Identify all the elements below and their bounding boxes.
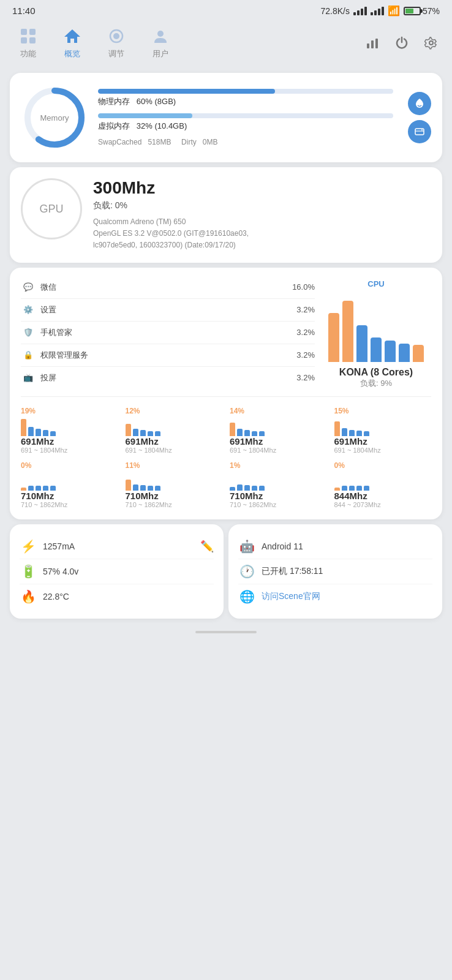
cpu-card: 💬微信16.0%⚙️设置3.2%🛡️手机管家3.2%🔒权限管理服务3.2%📺投屏…	[10, 268, 442, 519]
core-bar-segment	[252, 486, 257, 491]
core-freq: 691Mhz	[21, 436, 54, 447]
memory-info: 物理内存 60% (8GB) 虚拟内存 32% (10.4GB) SwapCac…	[98, 89, 393, 146]
android-icon: 🤖	[238, 539, 255, 554]
chart-button[interactable]	[363, 33, 382, 53]
physical-memory-row: 物理内存 60% (8GB)	[98, 89, 393, 107]
cpu-chart-area: CPU KONA (8 Cores) 负载: 9%	[321, 276, 431, 389]
svg-point-6	[157, 31, 164, 37]
core-bar-segment	[50, 431, 56, 436]
core-item: 0%844Mhz844 ~ 2073Mhz	[334, 461, 432, 508]
core-bar-segment	[155, 486, 160, 491]
core-pct: 11%	[126, 461, 160, 470]
gpu-circle: GPU	[21, 178, 82, 239]
gpu-desc3: lc907de5ed0, 1600323700) (Date:09/17/20)	[93, 239, 431, 251]
core-range: 710 ~ 1862Mhz	[230, 501, 276, 508]
nav-tab-func[interactable]: 功能	[6, 23, 50, 63]
cpu-chip-label: KONA (8 Cores)	[339, 367, 413, 378]
app-name: 手机管家	[40, 327, 296, 338]
nav-bar: 功能 概览 调节	[0, 19, 452, 68]
core-bar-segment	[21, 419, 26, 436]
nav-tab-user[interactable]: 用户	[138, 23, 183, 63]
core-bar-segment	[148, 431, 153, 436]
nav-tabs: 功能 概览 调节	[6, 23, 363, 63]
svg-rect-0	[21, 29, 27, 35]
physical-value: 60% (8GB)	[137, 97, 176, 106]
core-range: 710 ~ 1862Mhz	[21, 501, 67, 508]
core-pct: 1%	[230, 461, 265, 470]
settings-button[interactable]	[421, 33, 441, 53]
core-freq: 710Mhz	[230, 491, 263, 501]
web-link[interactable]: 访问Scene官网	[262, 591, 320, 602]
core-bar-segment	[244, 485, 250, 491]
gpu-desc2: OpenGL ES 3.2 V@0502.0 (GIT@191610ae03,	[93, 228, 431, 239]
user-icon	[151, 26, 170, 46]
app-pct: 3.2%	[296, 305, 315, 314]
memory-storage-button[interactable]	[408, 120, 431, 143]
battery-icon: 🔋	[20, 564, 37, 579]
edit-button[interactable]: ✏️	[200, 540, 214, 553]
core-range: 691 ~ 1804Mhz	[126, 447, 172, 454]
core-bar-segment	[133, 429, 138, 436]
app-icon: ⚙️	[21, 303, 36, 317]
virtual-memory-row: 虚拟内存 32% (10.4GB)	[98, 113, 393, 132]
core-freq: 710Mhz	[126, 491, 159, 501]
core-bar-segment	[230, 423, 235, 436]
core-bars-row	[21, 417, 56, 436]
core-item: 1%710Mhz710 ~ 1862Mhz	[230, 461, 327, 508]
core-bar-segment	[126, 480, 131, 491]
nav-label-func: 功能	[20, 48, 36, 59]
core-bar-segment	[237, 484, 243, 491]
core-range: 691 ~ 1804Mhz	[230, 447, 276, 454]
dirty-value: 0MB	[203, 138, 218, 146]
gpu-card: GPU 300Mhz 负载: 0% Qualcomm Adreno (TM) 6…	[10, 167, 442, 263]
power-button[interactable]	[392, 33, 412, 53]
svg-rect-2	[21, 37, 27, 43]
core-bar-segment	[259, 431, 265, 436]
core-freq: 710Mhz	[21, 491, 54, 501]
core-pct: 14%	[230, 407, 265, 415]
nav-tab-overview[interactable]: 概览	[50, 23, 94, 63]
cpu-bar	[399, 344, 410, 362]
core-item: 12%691Mhz691 ~ 1804Mhz	[126, 407, 223, 454]
core-range: 710 ~ 1862Mhz	[126, 501, 172, 508]
core-item: 0%710Mhz710 ~ 1862Mhz	[21, 461, 118, 508]
core-freq: 691Mhz	[126, 436, 159, 447]
nav-tab-tune[interactable]: 调节	[94, 23, 138, 63]
core-bar-segment	[43, 430, 48, 436]
uptime-item: 🕐 已开机 17:58:11	[238, 559, 432, 584]
core-range: 691 ~ 1804Mhz	[21, 447, 67, 454]
nav-label-user: 用户	[153, 48, 168, 59]
network-speed: 72.8K/s	[320, 6, 349, 16]
core-item: 14%691Mhz691 ~ 1804Mhz	[230, 407, 327, 454]
right-info-card: 🤖 Android 11 🕐 已开机 17:58:11 🌐 访问Scene官网	[228, 524, 442, 619]
cpu-bar	[385, 341, 396, 362]
core-bar-segment	[349, 430, 355, 436]
core-item: 15%691Mhz691 ~ 1804Mhz	[334, 407, 432, 454]
core-grid: 19%691Mhz691 ~ 1804Mhz12%691Mhz691 ~ 180…	[21, 404, 431, 511]
cpu-top: 💬微信16.0%⚙️设置3.2%🛡️手机管家3.2%🔒权限管理服务3.2%📺投屏…	[21, 276, 431, 389]
app-name: 权限管理服务	[40, 350, 296, 361]
cpu-load-label: 负载: 9%	[339, 378, 413, 389]
gpu-load: 负载: 0%	[93, 200, 431, 211]
core-bar-segment	[356, 431, 362, 436]
cpu-label: CPU	[367, 279, 384, 288]
core-bars-row	[230, 471, 265, 491]
core-bars-row	[334, 417, 369, 436]
memory-card: Memory 物理内存 60% (8GB) 虚拟内存 32% (10.4GB) …	[10, 73, 442, 162]
core-freq: 691Mhz	[230, 436, 263, 447]
core-bar-segment	[364, 486, 369, 491]
cpu-app-row: 📺投屏3.2%	[21, 367, 315, 389]
web-item[interactable]: 🌐 访问Scene官网	[238, 584, 432, 609]
core-bar-segment	[349, 486, 355, 491]
power-item: ⚡ 1257mA ✏️	[20, 534, 214, 559]
svg-point-5	[113, 33, 119, 39]
cpu-apps-list: 💬微信16.0%⚙️设置3.2%🛡️手机管家3.2%🔒权限管理服务3.2%📺投屏…	[21, 276, 315, 389]
gpu-label: GPU	[39, 203, 63, 216]
temp-value: 22.8°C	[43, 592, 69, 601]
core-range: 691 ~ 1804Mhz	[334, 447, 381, 454]
core-bar-segment	[244, 430, 250, 436]
memory-clean-button[interactable]	[408, 92, 431, 115]
virtual-value: 32% (10.4GB)	[137, 121, 187, 130]
core-pct: 19%	[21, 407, 56, 415]
uptime-value: 已开机 17:58:11	[262, 566, 323, 577]
